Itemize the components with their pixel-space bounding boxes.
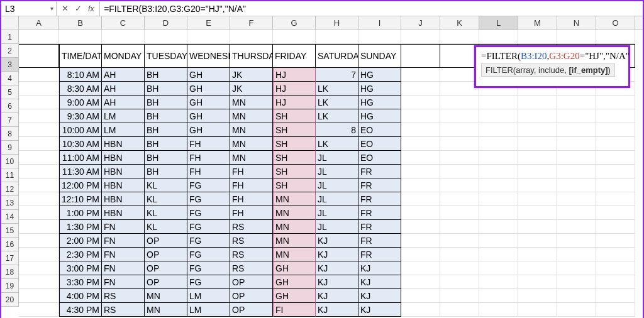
cell-D7[interactable]: BH [145,123,187,137]
cell-A11[interactable] [19,178,59,192]
cancel-icon[interactable]: ✕ [62,4,69,13]
cell-M10[interactable] [518,165,557,178]
cell-K1[interactable] [440,30,479,44]
row-header-2[interactable]: 2 [1,44,19,58]
cell-G8[interactable]: SH [273,137,316,151]
cell-N7[interactable] [557,123,596,137]
cell-B4[interactable]: 8:30 AM [59,82,102,96]
cell-B6[interactable]: 9:30 AM [59,109,102,123]
enter-icon[interactable]: ✓ [75,4,82,13]
cell-J12[interactable] [401,192,440,206]
cell-O5[interactable] [596,96,635,109]
cell-H3[interactable]: 7 [316,68,358,82]
cell-N15[interactable] [557,234,596,248]
row-header-10[interactable]: 10 [1,155,19,168]
cell-E3[interactable]: GH [187,68,230,82]
cell-A14[interactable] [19,220,59,234]
cell-A2[interactable] [19,44,59,68]
cell-F2[interactable]: THURSDAY [230,44,273,68]
cell-D3[interactable]: BH [145,68,187,82]
cell-J20[interactable] [401,303,440,317]
cell-N13[interactable] [557,206,596,220]
cell-N5[interactable] [557,96,596,109]
cell-A6[interactable] [19,109,59,123]
cell-J17[interactable] [401,261,440,275]
cell-C2[interactable]: MONDAY [102,44,145,68]
cell-F5[interactable]: MN [230,96,273,109]
cell-H18[interactable]: KJ [316,275,358,289]
cell-H11[interactable]: JL [316,178,358,192]
row-header-9[interactable]: 9 [1,141,19,155]
row-header-1[interactable]: 1 [1,30,19,44]
cell-N20[interactable] [557,303,596,317]
cell-M16[interactable] [518,248,557,261]
cell-D9[interactable]: BH [145,151,187,165]
cell-K16[interactable] [440,248,479,261]
formula-input[interactable]: =FILTER(B3:I20,G3:G20="HJ","N/A" [100,1,643,16]
cell-J13[interactable] [401,206,440,220]
cell-K2[interactable] [440,44,479,68]
cell-J11[interactable] [401,178,440,192]
cell-L15[interactable] [479,234,518,248]
cell-C4[interactable]: AH [102,82,145,96]
column-header-L[interactable]: L [479,16,518,30]
cell-K14[interactable] [440,220,479,234]
cell-C14[interactable]: FN [102,220,145,234]
cell-M15[interactable] [518,234,557,248]
cell-N12[interactable] [557,192,596,206]
cell-O7[interactable] [596,123,635,137]
cell-J19[interactable] [401,289,440,303]
cell-K10[interactable] [440,165,479,178]
cell-D4[interactable]: BH [145,82,187,96]
cell-N6[interactable] [557,109,596,123]
cell-L19[interactable] [479,289,518,303]
cell-B17[interactable]: 3:00 PM [59,261,102,275]
cell-J1[interactable] [401,30,440,44]
cell-F18[interactable]: OP [230,275,273,289]
cell-J6[interactable] [401,109,440,123]
cell-I7[interactable]: EO [358,123,401,137]
cell-A19[interactable] [19,289,59,303]
cell-F17[interactable]: RS [230,261,273,275]
cell-M5[interactable] [518,96,557,109]
cell-O9[interactable] [596,151,635,165]
cell-L10[interactable] [479,165,518,178]
row-header-14[interactable]: 14 [1,210,19,224]
cell-G13[interactable]: MN [273,206,316,220]
cell-I10[interactable]: FR [358,165,401,178]
cell-A15[interactable] [19,234,59,248]
cell-K18[interactable] [440,275,479,289]
cell-K3[interactable] [440,68,479,82]
cell-O14[interactable] [596,220,635,234]
cell-A5[interactable] [19,96,59,109]
cell-G18[interactable]: GH [273,275,316,289]
column-header-C[interactable]: C [102,16,145,30]
cell-C12[interactable]: HBN [102,192,145,206]
cell-F19[interactable]: OP [230,289,273,303]
cell-B11[interactable]: 12:00 PM [59,178,102,192]
fx-icon[interactable]: fx [88,4,94,13]
cell-H15[interactable]: KJ [316,234,358,248]
cell-G5[interactable]: HJ [273,96,316,109]
cell-C18[interactable]: FN [102,275,145,289]
cell-N14[interactable] [557,220,596,234]
row-header-6[interactable]: 6 [1,99,19,113]
cell-K5[interactable] [440,96,479,109]
cell-D20[interactable]: MN [145,303,187,317]
column-header-J[interactable]: J [401,16,440,30]
cell-I20[interactable]: KJ [358,303,401,317]
cell-F12[interactable]: FH [230,192,273,206]
cell-K20[interactable] [440,303,479,317]
cell-N18[interactable] [557,275,596,289]
column-header-N[interactable]: N [557,16,596,30]
cell-B5[interactable]: 9:00 AM [59,96,102,109]
cell-I14[interactable]: FR [358,220,401,234]
cell-M6[interactable] [518,109,557,123]
row-header-5[interactable]: 5 [1,85,19,99]
cell-H7[interactable]: 8 [316,123,358,137]
cell-J16[interactable] [401,248,440,261]
cell-D2[interactable]: TUESDAY [145,44,187,68]
cell-L16[interactable] [479,248,518,261]
cell-M20[interactable] [518,303,557,317]
chevron-down-icon[interactable]: ▾ [50,5,53,12]
